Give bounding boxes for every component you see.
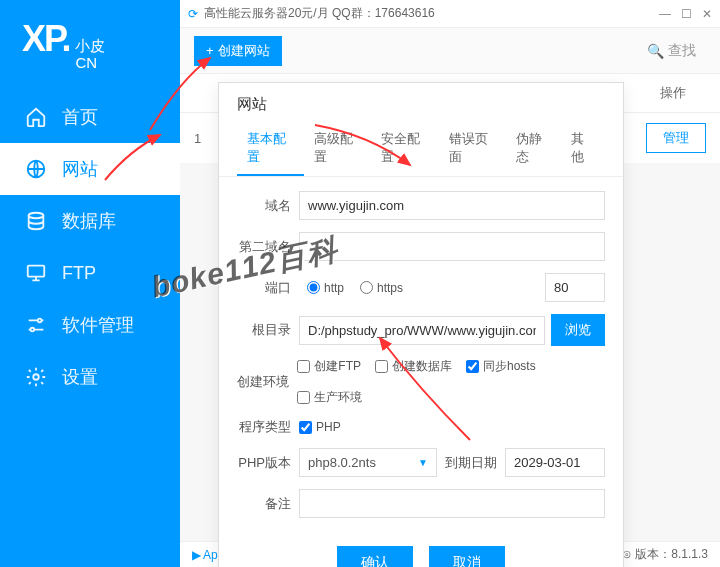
nav: 首页 网站 数据库 FTP 软件管理 设置 xyxy=(0,91,180,403)
modal-title: 网站 xyxy=(219,83,623,122)
database-icon xyxy=(24,209,48,233)
toolbar: + 创建网站 🔍 查找 xyxy=(180,28,720,74)
chk-php[interactable]: PHP xyxy=(299,420,341,434)
manage-button[interactable]: 管理 xyxy=(646,123,706,153)
label-type: 程序类型 xyxy=(237,418,299,436)
home-icon xyxy=(24,105,48,129)
radio-http[interactable]: http xyxy=(307,281,344,295)
nav-label: 数据库 xyxy=(62,209,116,233)
radio-https[interactable]: https xyxy=(360,281,403,295)
svg-rect-2 xyxy=(28,266,45,277)
svg-point-4 xyxy=(31,328,35,332)
label-expire: 到期日期 xyxy=(437,454,505,472)
tab-basic[interactable]: 基本配置 xyxy=(237,122,304,176)
label-phpver: PHP版本 xyxy=(237,454,299,472)
root-input[interactable] xyxy=(299,316,545,345)
chk-ftp[interactable]: 创建FTP xyxy=(297,358,361,375)
nav-website[interactable]: 网站 xyxy=(0,143,180,195)
sliders-icon xyxy=(24,313,48,337)
cancel-button[interactable]: 取消 xyxy=(429,546,505,567)
php-version-select[interactable]: php8.0.2nts▼ xyxy=(299,448,437,477)
modal-tabs: 基本配置 高级配置 安全配置 错误页面 伪静态 其他 xyxy=(219,122,623,177)
search-button[interactable]: 🔍 查找 xyxy=(637,38,706,64)
app-logo: XP. 小皮CN xyxy=(0,0,180,91)
minimize-button[interactable]: — xyxy=(659,7,671,21)
label-domain: 域名 xyxy=(237,197,299,215)
gear-icon xyxy=(24,365,48,389)
create-site-button[interactable]: + 创建网站 xyxy=(194,36,282,66)
nav-database[interactable]: 数据库 xyxy=(0,195,180,247)
nav-label: 设置 xyxy=(62,365,98,389)
search-icon: 🔍 xyxy=(647,43,664,59)
tab-other[interactable]: 其他 xyxy=(561,122,605,176)
nav-label: 软件管理 xyxy=(62,313,134,337)
nav-ftp[interactable]: FTP xyxy=(0,247,180,299)
nav-software[interactable]: 软件管理 xyxy=(0,299,180,351)
tab-security[interactable]: 安全配置 xyxy=(371,122,438,176)
domain-input[interactable] xyxy=(299,191,605,220)
create-site-modal: 网站 基本配置 高级配置 安全配置 错误页面 伪静态 其他 域名 第二域名 端口… xyxy=(218,82,624,567)
chk-db[interactable]: 创建数据库 xyxy=(375,358,452,375)
col-operation: 操作 xyxy=(660,84,706,102)
label-port: 端口 xyxy=(237,279,299,297)
tab-advanced[interactable]: 高级配置 xyxy=(304,122,371,176)
titlebar-text: 高性能云服务器20元/月 QQ群：176643616 xyxy=(204,5,435,22)
browse-button[interactable]: 浏览 xyxy=(551,314,605,346)
sidebar: XP. 小皮CN 首页 网站 数据库 FTP 软件管理 xyxy=(0,0,180,567)
nav-label: FTP xyxy=(62,263,96,284)
monitor-icon xyxy=(24,261,48,285)
version-label: ⊙ 版本：8.1.1.3 xyxy=(622,546,708,563)
svg-point-3 xyxy=(38,319,42,323)
close-button[interactable]: ✕ xyxy=(702,7,712,21)
label-root: 根目录 xyxy=(237,321,299,339)
chk-prod[interactable]: 生产环境 xyxy=(297,389,362,406)
label-note: 备注 xyxy=(237,495,299,513)
svg-point-5 xyxy=(33,374,39,380)
chk-hosts[interactable]: 同步hosts xyxy=(466,358,536,375)
svg-point-1 xyxy=(29,213,44,219)
note-input[interactable] xyxy=(299,489,605,518)
globe-icon xyxy=(24,157,48,181)
nav-label: 首页 xyxy=(62,105,98,129)
tab-error[interactable]: 错误页面 xyxy=(439,122,506,176)
nav-settings[interactable]: 设置 xyxy=(0,351,180,403)
ok-button[interactable]: 确认 xyxy=(337,546,413,567)
nav-label: 网站 xyxy=(62,157,98,181)
label-domain2: 第二域名 xyxy=(237,238,299,256)
label-env: 创建环境 xyxy=(237,373,297,391)
titlebar: ⟳ 高性能云服务器20元/月 QQ群：176643616 — ☐ ✕ xyxy=(180,0,720,28)
port-input[interactable] xyxy=(545,273,605,302)
nav-home[interactable]: 首页 xyxy=(0,91,180,143)
domain2-input[interactable] xyxy=(299,232,605,261)
tab-rewrite[interactable]: 伪静态 xyxy=(506,122,561,176)
expire-input[interactable] xyxy=(505,448,605,477)
refresh-icon[interactable]: ⟳ xyxy=(188,7,198,21)
plus-icon: + xyxy=(206,43,214,58)
caret-down-icon: ▼ xyxy=(418,457,428,468)
maximize-button[interactable]: ☐ xyxy=(681,7,692,21)
